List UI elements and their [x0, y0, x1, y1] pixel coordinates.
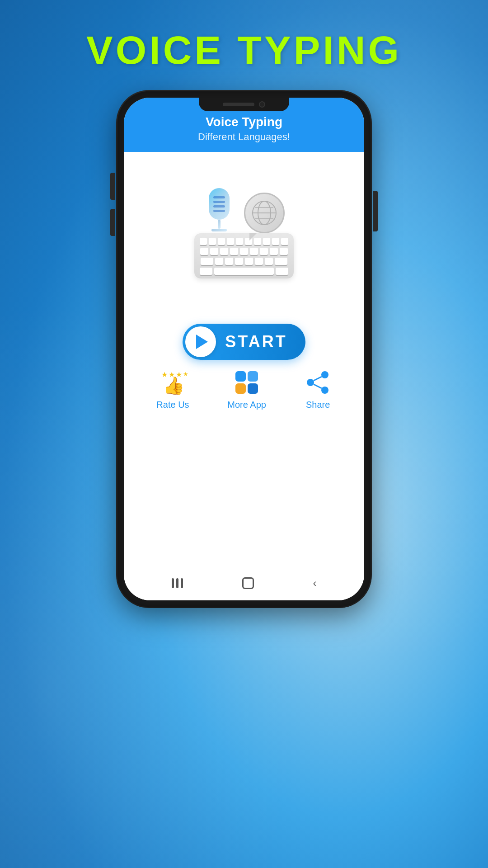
key-row-2	[200, 248, 288, 255]
play-icon	[196, 335, 208, 349]
key	[227, 238, 234, 245]
start-button[interactable]: START	[183, 324, 305, 360]
share-action[interactable]: Share	[305, 369, 332, 410]
key	[220, 248, 228, 255]
key	[275, 258, 287, 265]
mic-base	[211, 229, 227, 231]
rate-us-action[interactable]: ★ ★ ★ ★ 👍 Rate Us	[156, 369, 189, 410]
key	[236, 238, 243, 245]
key-row-4	[200, 268, 288, 275]
share-icon-area	[305, 369, 332, 396]
page-title: VOICE TYPING	[86, 27, 402, 73]
key	[265, 258, 273, 265]
rate-us-icon-area: ★ ★ ★ ★ 👍	[159, 369, 186, 396]
key	[272, 238, 279, 245]
phone-nav-bar: ‹	[124, 570, 364, 600]
mic-body	[209, 188, 230, 220]
more-app-icon-area	[233, 369, 260, 396]
back-button[interactable]: ‹	[313, 577, 317, 590]
mic-stripe	[213, 196, 225, 198]
rate-us-label: Rate Us	[156, 400, 189, 410]
key	[276, 268, 288, 275]
key	[281, 238, 288, 245]
key	[260, 248, 268, 255]
key-row-3	[200, 258, 288, 265]
recent-apps-button[interactable]	[172, 578, 183, 588]
key	[245, 258, 253, 265]
home-button[interactable]	[242, 577, 254, 589]
key	[200, 248, 208, 255]
app-subtitle: Different Languages!	[133, 131, 355, 143]
front-camera	[259, 101, 265, 108]
volume-up-button	[110, 173, 115, 200]
key	[240, 248, 248, 255]
key	[215, 258, 223, 265]
phone-mockup: Voice Typing Different Languages!	[117, 91, 371, 607]
svg-line-8	[314, 377, 322, 381]
microphone-icon	[199, 188, 239, 238]
space-key	[214, 268, 274, 275]
bottom-actions: ★ ★ ★ ★ 👍 Rate Us	[133, 360, 355, 415]
key	[209, 238, 216, 245]
globe-svg-icon	[251, 199, 278, 226]
more-app-action[interactable]: More App	[227, 369, 266, 410]
hero-icons	[194, 188, 294, 278]
mic-stripe	[213, 210, 225, 212]
mic-stripe	[213, 205, 225, 208]
nav-line	[172, 578, 174, 588]
power-button	[373, 191, 378, 231]
phone-notch	[199, 98, 289, 111]
rate-us-icon: ★ ★ ★ ★ 👍	[160, 369, 186, 396]
app-content: START ★ ★ ★ ★ 👍	[124, 152, 364, 570]
key	[270, 248, 278, 255]
nav-line	[181, 578, 183, 588]
app-square	[248, 383, 258, 394]
speaker	[223, 103, 254, 106]
key	[230, 248, 238, 255]
phone-screen: Voice Typing Different Languages!	[124, 98, 364, 600]
svg-point-7	[321, 387, 328, 394]
svg-line-9	[314, 384, 322, 388]
key	[263, 238, 270, 245]
nav-line	[176, 578, 178, 588]
key	[280, 248, 288, 255]
svg-point-5	[321, 371, 328, 378]
play-circle	[185, 326, 216, 357]
key	[235, 258, 243, 265]
key	[250, 248, 258, 255]
key	[201, 258, 213, 265]
thumbs-up-icon: 👍	[163, 376, 184, 396]
share-label: Share	[306, 400, 330, 410]
key	[254, 238, 261, 245]
svg-point-6	[307, 379, 314, 386]
key-row-1	[200, 238, 288, 245]
app-title: Voice Typing	[133, 115, 355, 129]
volume-down-button	[110, 209, 115, 236]
key	[210, 248, 218, 255]
more-app-icon	[235, 371, 258, 394]
app-square	[235, 383, 246, 394]
key	[200, 268, 212, 275]
keyboard-icon	[194, 233, 294, 278]
start-label: START	[225, 332, 287, 351]
mic-stand	[218, 220, 221, 229]
globe-bubble-icon	[244, 193, 289, 238]
key	[200, 238, 207, 245]
mic-stripe	[213, 201, 225, 203]
share-icon	[306, 370, 330, 395]
key	[225, 258, 233, 265]
key	[255, 258, 263, 265]
app-square	[235, 371, 246, 382]
app-square	[248, 371, 258, 382]
more-app-label: More App	[227, 400, 266, 410]
icon-row-top	[199, 188, 289, 238]
globe-circle	[244, 193, 285, 233]
key	[218, 238, 225, 245]
